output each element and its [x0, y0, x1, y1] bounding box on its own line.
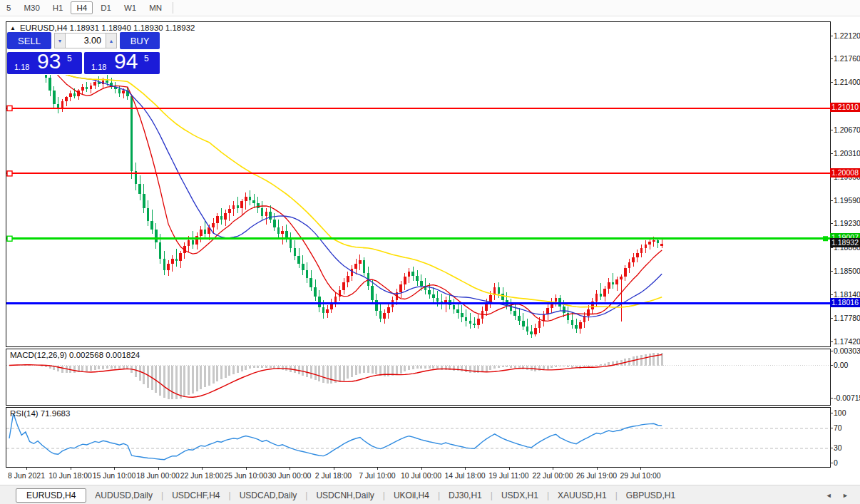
- price-axis[interactable]: 0.0030310.00-0.00715100703001.221201.217…: [830, 21, 860, 468]
- price-tick-label: 1.19230: [834, 219, 860, 227]
- date-label: 30 Jun 00:00: [268, 471, 312, 480]
- date-tick: [465, 468, 466, 470]
- date-label: 8 Jun 2021: [8, 471, 45, 480]
- timeframe-button-5[interactable]: 5: [1, 2, 16, 14]
- date-label: 10 Jul 00:00: [401, 471, 441, 480]
- date-tick: [553, 468, 553, 470]
- date-label: 10 Jun 18:00: [48, 471, 92, 480]
- price-tick-label: 1.17780: [834, 314, 860, 322]
- rsi-axis-label: 30: [834, 443, 842, 452]
- volume-increase-icon[interactable]: ▲: [106, 33, 117, 48]
- date-label: 22 Jun 18:00: [180, 471, 224, 480]
- date-tick: [377, 468, 378, 470]
- rsi-axis-label: 0: [834, 458, 838, 467]
- chart-symbol-quote: EURUSD,H4 1.18931 1.18940 1.18930 1.1893…: [20, 24, 195, 32]
- sell-price-big: 93: [37, 49, 61, 73]
- date-tick: [202, 468, 203, 470]
- chart-tab-usdcad[interactable]: USDCAD,Daily: [231, 489, 306, 502]
- timeframe-button-m30[interactable]: M30: [19, 2, 44, 14]
- timeframe-button-mn[interactable]: MN: [144, 2, 167, 14]
- price-tick-label: 1.20670: [834, 125, 860, 134]
- timeframe-button-h4[interactable]: H4: [71, 1, 93, 14]
- volume-input[interactable]: [66, 33, 106, 48]
- date-label: 29 Jul 10:00: [620, 471, 660, 480]
- chart-tab-usdchf[interactable]: USDCHF,H4: [163, 489, 228, 502]
- macd-panel[interactable]: MACD(12,26,9) 0.002568 0.001824: [6, 349, 831, 406]
- date-label: 22 Jul 00:00: [532, 471, 573, 480]
- date-tick: [26, 468, 27, 470]
- toolbar-separator: [173, 2, 173, 14]
- price-tick-label: 1.22120: [834, 31, 860, 40]
- chart-tab-bar: EURUSD,H4AUDUSD,Daily|USDCHF,H4|USDCAD,D…: [0, 485, 860, 504]
- date-tick: [114, 468, 115, 470]
- timeframe-toolbar: 5M30H1H4D1W1MN: [0, 0, 860, 16]
- macd-axis-label: -0.00715: [834, 394, 860, 402]
- sell-quote-box[interactable]: 1.18 93 5: [7, 52, 82, 74]
- sell-button[interactable]: SELL: [7, 32, 51, 49]
- volume-decrease-icon[interactable]: ▼: [54, 33, 66, 48]
- chart-tab-usdcnh[interactable]: USDCNH,Daily: [307, 489, 382, 502]
- timeframe-button-w1[interactable]: W1: [119, 2, 141, 14]
- price-tick-label: 1.19590: [834, 196, 860, 205]
- chart-header: ▲ EURUSD,H4 1.18931 1.18940 1.18930 1.18…: [10, 24, 195, 32]
- chart-tab-eurusd[interactable]: EURUSD,H4: [16, 488, 86, 503]
- macd-label: MACD(12,26,9) 0.002568 0.001824: [10, 351, 140, 359]
- chart-tab-gbpusd[interactable]: GBPUSD,H1: [618, 489, 684, 502]
- macd-axis-label: 0.003031: [834, 346, 860, 355]
- tab-scroll-arrows[interactable]: ◄ ►: [826, 492, 853, 499]
- rsi-panel[interactable]: RSI(14) 71.9683: [6, 407, 831, 468]
- one-click-trade-panel: SELL ▼ ▲ BUY 1.18 93 5 1.18 94 5: [7, 32, 160, 75]
- buy-button[interactable]: BUY: [120, 32, 160, 49]
- rsi-axis-label: 70: [834, 423, 842, 432]
- chart-tab-xauusd[interactable]: XAUUSD,H1: [549, 489, 615, 502]
- macd-axis-label: 0.00: [834, 361, 848, 369]
- collapse-chart-icon[interactable]: ▲: [10, 25, 16, 31]
- price-tick-label: 1.20310: [834, 149, 860, 158]
- price-tick-label: 1.21760: [834, 54, 860, 63]
- buy-price-prefix: 1.18: [91, 63, 106, 71]
- date-tick: [334, 468, 334, 470]
- buy-price-pipette: 5: [144, 53, 149, 63]
- timeframe-button-d1[interactable]: D1: [96, 2, 116, 14]
- chart-tab-audusd[interactable]: AUDUSD,Daily: [86, 489, 161, 502]
- rsi-label: RSI(14) 71.9683: [10, 409, 70, 418]
- date-label: 18 Jun 00:00: [136, 471, 180, 480]
- chart-tab-dj30[interactable]: DJ30,H1: [440, 489, 491, 502]
- chart-tab-usdx[interactable]: USDX,H1: [493, 489, 547, 502]
- price-tick-label: 1.21400: [834, 78, 860, 86]
- price-level-marker: 1.20008: [830, 168, 860, 178]
- chart-tab-ukoil[interactable]: UKOil,H4: [385, 489, 438, 502]
- trading-terminal-window: 5M30H1H4D1W1MN ▲ EURUSD,H4 1.18931 1.189…: [0, 0, 860, 504]
- date-label: 7 Jul 10:00: [359, 471, 395, 480]
- date-axis[interactable]: 8 Jun 202110 Jun 18:0015 Jun 10:0018 Jun…: [6, 468, 831, 484]
- price-level-marker: 1.18016: [830, 298, 860, 307]
- price-tick-label: 1.17420: [834, 337, 860, 346]
- timeframe-button-h1[interactable]: H1: [48, 2, 68, 14]
- date-tick: [597, 468, 598, 470]
- date-label: 2 Jul 18:00: [315, 471, 352, 480]
- date-tick: [509, 468, 510, 470]
- rsi-axis-label: 100: [834, 408, 846, 417]
- date-label: 14 Jul 18:00: [444, 471, 485, 480]
- price-tick-label: 1.18500: [834, 267, 860, 275]
- date-label: 26 Jul 19:00: [576, 471, 617, 480]
- date-tick: [421, 468, 422, 470]
- price-level-marker: 1.18932: [830, 238, 860, 247]
- date-label: 19 Jul 11:00: [488, 471, 528, 480]
- date-tick: [158, 468, 159, 470]
- sell-price-pipette: 5: [67, 53, 72, 63]
- date-tick: [290, 468, 290, 470]
- date-tick: [71, 468, 71, 470]
- buy-price-big: 94: [114, 49, 138, 73]
- date-label: 25 Jun 10:00: [224, 471, 267, 480]
- sell-price-prefix: 1.18: [14, 63, 29, 71]
- date-tick: [246, 468, 247, 470]
- rsi-chart[interactable]: [6, 408, 830, 467]
- price-level-marker: 1.21010: [830, 103, 860, 112]
- date-label: 15 Jun 10:00: [93, 471, 136, 480]
- buy-quote-box[interactable]: 1.18 94 5: [84, 52, 160, 74]
- date-tick: [640, 468, 641, 470]
